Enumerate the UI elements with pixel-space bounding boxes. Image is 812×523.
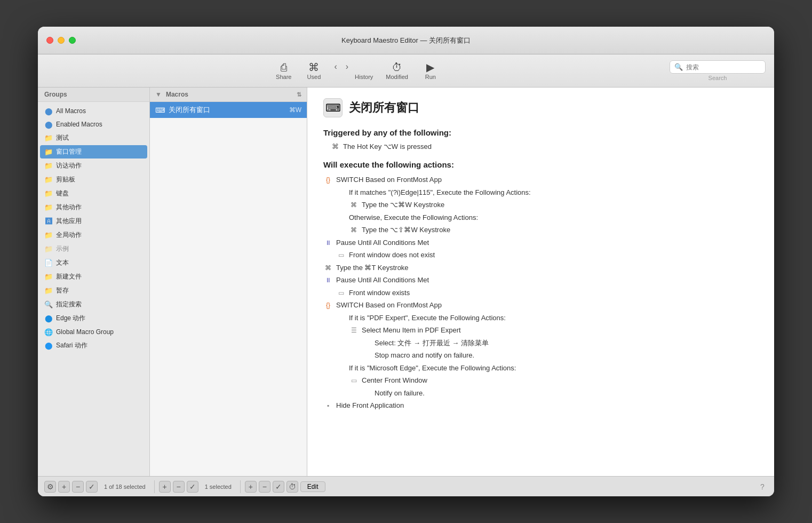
sidebar-item-label: Enabled Macros xyxy=(56,121,102,128)
sidebar-item-examples[interactable]: 📁 示例 xyxy=(40,242,147,256)
sidebar-item-finder-actions[interactable]: 📁 访达动作 xyxy=(40,159,147,172)
folder-icon: 📁 xyxy=(44,287,53,295)
modified-button[interactable]: ⏱ Modified xyxy=(379,59,415,83)
divider-2 xyxy=(240,480,241,493)
macros-add-button[interactable]: + xyxy=(159,481,171,493)
used-button[interactable]: ⌘ Used xyxy=(300,59,328,83)
share-icon: ⎙ xyxy=(281,62,287,73)
sidebar-item-all-macros[interactable]: ⬤ All Macros xyxy=(40,105,147,117)
sidebar-item-other-actions[interactable]: 📁 其他动作 xyxy=(40,201,147,214)
action-line-12: If it is "PDF Expert", Execute the Follo… xyxy=(323,312,758,324)
search-icon: 🔍 xyxy=(44,300,53,309)
sidebar-item-label: Global Macro Group xyxy=(56,328,114,336)
history-label: History xyxy=(355,74,373,80)
folder-icon: 📁 xyxy=(44,148,53,156)
bottom-bar: ⚙ + − ✓ 1 of 18 selected + − ✓ 1 selecte… xyxy=(38,476,774,496)
detail-add-button[interactable]: + xyxy=(245,481,257,493)
macros-remove-button[interactable]: − xyxy=(173,481,185,493)
sidebar-item-spotlight[interactable]: 🔍 指定搜索 xyxy=(40,298,147,311)
edit-button[interactable]: Edit xyxy=(300,481,325,492)
used-icon: ⌘ xyxy=(308,62,319,73)
sidebar-item-global-macro-group[interactable]: 🌐 Global Macro Group xyxy=(40,326,147,338)
pause-icon-6: ⏸ xyxy=(323,238,333,248)
groups-panel: Groups ⬤ All Macros ⬤ Enabled Macros 📁 测… xyxy=(38,88,150,476)
actions-section: Will execute the following actions: {} S… xyxy=(323,160,758,412)
globe-icon: 🌐 xyxy=(44,328,53,336)
macros-check-button[interactable]: ✓ xyxy=(187,481,198,493)
action-text-2: If it matches "(?i)Edge|115", Execute th… xyxy=(349,187,758,198)
sidebar-item-temp[interactable]: 📁 暂存 xyxy=(40,284,147,297)
action-line-6: ⏸ Pause Until All Conditions Met xyxy=(323,236,758,249)
sidebar-item-label: 键盘 xyxy=(56,189,69,198)
menu-icon-13: ☰ xyxy=(349,326,359,335)
action-line-10: ▭ Front window exists xyxy=(323,287,758,299)
sidebar-item-clipboard[interactable]: 📁 剪贴板 xyxy=(40,173,147,186)
spacer-icon-15 xyxy=(362,351,371,360)
spacer-icon-18 xyxy=(362,389,371,398)
history-forward-button[interactable]: › xyxy=(341,59,353,83)
action-text-11: SWITCH Based on FrontMost App xyxy=(336,300,758,311)
macros-bottom-section: + − ✓ 1 selected xyxy=(159,481,236,493)
action-text-7: Front window does not exist xyxy=(349,250,758,260)
action-line-3: ⌘ Type the ⌥⌘W Keystroke xyxy=(323,199,758,211)
sidebar-item-other-apps[interactable]: 🅰 其他应用 xyxy=(40,215,147,228)
macro-item-close-all-windows[interactable]: ⌨ 关闭所有窗口 ⌘W xyxy=(150,102,307,118)
share-button[interactable]: ⎙ Share xyxy=(269,59,298,83)
folder-icon: 📁 xyxy=(44,189,53,198)
groups-bottom-section: ⚙ + − ✓ 1 of 18 selected xyxy=(44,481,150,493)
folder-icon: 📁 xyxy=(44,273,53,281)
action-text-14: Select: 文件 → 打开最近 → 清除菜单 xyxy=(375,338,758,348)
action-line-13: ☰ Select Menu Item in PDF Expert xyxy=(323,324,758,337)
run-label: Run xyxy=(425,74,436,80)
cmd-icon-3: ⌘ xyxy=(349,200,359,210)
history-back-button[interactable]: ‹ xyxy=(330,59,341,83)
groups-add-button[interactable]: + xyxy=(58,481,70,493)
detail-clock-button[interactable]: ⏱ xyxy=(286,481,298,493)
detail-check-button[interactable]: ✓ xyxy=(273,481,284,493)
groups-check-button[interactable]: ✓ xyxy=(86,481,98,493)
action-line-15: Stop macro and notify on failure. xyxy=(323,349,758,362)
close-button[interactable] xyxy=(46,37,53,44)
window-icon-17: ▭ xyxy=(349,376,359,385)
detail-remove-button[interactable]: − xyxy=(259,481,270,493)
sidebar-item-global-actions[interactable]: 📁 全局动作 xyxy=(40,228,147,242)
run-button[interactable]: ▶ Run xyxy=(417,59,444,83)
action-text-3: Type the ⌥⌘W Keystroke xyxy=(362,200,758,210)
action-text-13: Select Menu Item in PDF Expert xyxy=(362,325,758,336)
sidebar-item-label: 访达动作 xyxy=(56,161,82,170)
groups-remove-button[interactable]: − xyxy=(72,481,84,493)
action-line-5: ⌘ Type the ⌥⇧⌘W Keystroke xyxy=(323,224,758,236)
hotkey-icon: ⌘ xyxy=(332,142,339,150)
spacer-icon-14 xyxy=(362,338,371,348)
window-icon-10: ▭ xyxy=(336,288,346,298)
divider-1 xyxy=(154,480,155,493)
search-bar[interactable]: 🔍 xyxy=(670,60,766,74)
action-text-8: Type the ⌘T Keystroke xyxy=(336,263,758,273)
maximize-button[interactable] xyxy=(69,37,76,44)
sidebar-item-new-file[interactable]: 📁 新建文件 xyxy=(40,270,147,283)
sidebar-item-window-manage[interactable]: 📁 窗口管理 xyxy=(40,145,147,159)
action-line-14: Select: 文件 → 打开最近 → 清除菜单 xyxy=(323,337,758,350)
spacer-icon-4 xyxy=(336,213,346,223)
groups-status-label: 1 of 18 selected xyxy=(100,484,150,490)
sidebar-item-test[interactable]: 📁 测试 xyxy=(40,131,147,145)
action-text-15: Stop macro and notify on failure. xyxy=(375,350,758,361)
sidebar-item-keyboard[interactable]: 📁 键盘 xyxy=(40,187,147,200)
sidebar-item-label: Edge 动作 xyxy=(56,314,85,323)
search-label: Search xyxy=(708,75,727,81)
minimize-button[interactable] xyxy=(58,37,65,44)
sidebar-item-enabled-macros[interactable]: ⬤ Enabled Macros xyxy=(40,118,147,131)
search-input[interactable] xyxy=(686,64,755,71)
folder-icon: 📁 xyxy=(44,134,53,142)
groups-settings-button[interactable]: ⚙ xyxy=(44,481,56,493)
macros-panel: ▼ Macros ⇅ ⌨ 关闭所有窗口 ⌘W xyxy=(150,88,307,476)
help-button[interactable]: ? xyxy=(757,481,768,492)
macro-icon: ⌨ xyxy=(155,106,165,114)
action-line-19: ▪ Hide Front Application xyxy=(323,399,758,412)
action-line-1: {} SWITCH Based on FrontMost App xyxy=(323,173,758,186)
sidebar-item-safari-actions[interactable]: ⬤ Safari 动作 xyxy=(40,339,147,352)
sidebar-item-label: 示例 xyxy=(56,244,69,253)
window-icon-7: ▭ xyxy=(336,250,346,260)
sidebar-item-text[interactable]: 📄 文本 xyxy=(40,256,147,270)
sidebar-item-edge-actions[interactable]: ⬤ Edge 动作 xyxy=(40,312,147,325)
